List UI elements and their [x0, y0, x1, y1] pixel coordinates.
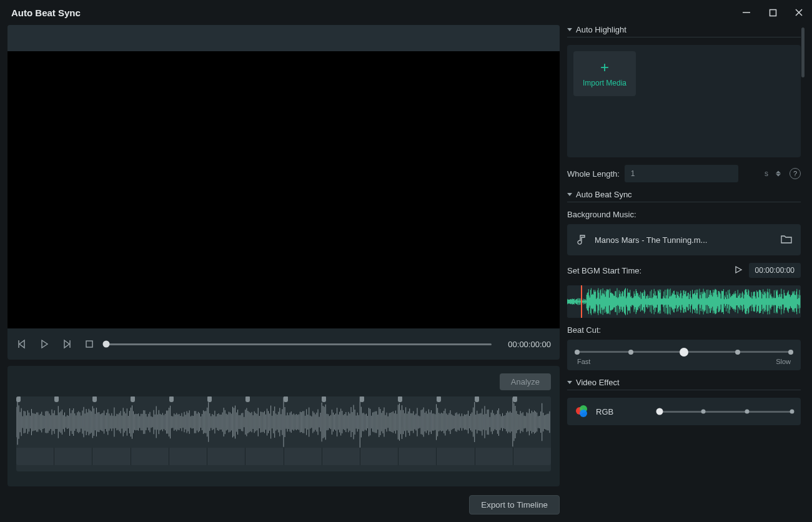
progress-slider[interactable]: [106, 343, 492, 345]
stepper-icon[interactable]: [776, 171, 781, 177]
preview-header: [7, 25, 560, 51]
svg-marker-7: [64, 340, 69, 348]
help-icon[interactable]: ?: [790, 168, 801, 179]
title-bar: Auto Beat Sync: [0, 0, 812, 25]
media-pool[interactable]: + Import Media: [567, 45, 801, 157]
bgm-play-icon[interactable]: [734, 265, 743, 276]
section-auto-highlight[interactable]: Auto Highlight: [567, 25, 801, 37]
section-title: Auto Highlight: [576, 25, 626, 34]
plus-icon: +: [600, 60, 609, 75]
analyze-button[interactable]: Analyze: [500, 373, 551, 390]
section-title: Video Effect: [576, 378, 620, 387]
waveform-graphic: [16, 396, 551, 448]
sidebar-scrollbar[interactable]: [801, 27, 805, 77]
beat-cut-fast-label: Fast: [577, 358, 590, 365]
browse-folder-icon[interactable]: [781, 234, 792, 246]
import-media-button[interactable]: + Import Media: [573, 51, 636, 96]
beat-markers: [16, 396, 551, 403]
whole-length-unit: s: [765, 169, 768, 178]
preview-video[interactable]: [7, 51, 560, 328]
play-icon[interactable]: [39, 338, 50, 350]
video-effect-rgb[interactable]: RGB: [567, 398, 801, 425]
whole-length-label: Whole Length:: [567, 169, 620, 179]
beat-cut-label: Beat Cut:: [567, 325, 801, 335]
window-title: Auto Beat Sync: [11, 7, 81, 18]
chevron-down-icon: [567, 381, 572, 384]
stop-icon[interactable]: [84, 338, 95, 350]
slider-knob[interactable]: [680, 348, 688, 357]
chevron-down-icon: [567, 193, 572, 196]
slider-knob[interactable]: [656, 408, 663, 415]
svg-marker-6: [42, 340, 47, 348]
step-back-icon[interactable]: [16, 338, 27, 350]
section-video-effect[interactable]: Video Effect: [567, 378, 801, 390]
chevron-down-icon: [567, 28, 572, 31]
transport-bar: 00:00:00:00: [7, 328, 560, 360]
beat-segments: [16, 448, 551, 465]
svg-rect-1: [770, 9, 776, 16]
step-forward-icon[interactable]: [61, 338, 72, 350]
bgm-playhead[interactable]: [581, 285, 582, 318]
minimize-icon[interactable]: [741, 7, 752, 18]
export-to-timeline-button[interactable]: Export to Timeline: [469, 495, 560, 515]
timeline-panel: Analyze: [7, 366, 560, 486]
svg-marker-4: [19, 340, 24, 348]
progress-knob[interactable]: [103, 341, 110, 348]
track-name: Manos Mars - The Tunning.m...: [595, 235, 773, 245]
background-music-row: Manos Mars - The Tunning.m...: [567, 224, 801, 255]
whole-length-row: Whole Length: s ?: [567, 165, 801, 182]
close-icon[interactable]: [793, 7, 805, 18]
whole-length-input[interactable]: [625, 165, 738, 182]
beat-waveform[interactable]: [16, 396, 551, 471]
beat-cut-slider[interactable]: Fast Slow: [567, 340, 801, 370]
bgm-start-label: Set BGM Start Time:: [567, 266, 641, 275]
preview-panel: 00:00:00:00: [7, 25, 560, 360]
bgm-waveform[interactable]: [567, 285, 801, 318]
playback-time: 00:00:00:00: [508, 340, 551, 349]
bgm-start-time[interactable]: 00:00:00:00: [749, 263, 801, 278]
section-auto-beat-sync[interactable]: Auto Beat Sync: [567, 190, 801, 202]
effect-name: RGB: [596, 407, 652, 416]
music-note-icon: [576, 234, 587, 247]
bg-music-label: Background Music:: [567, 210, 801, 219]
window-controls: [741, 7, 805, 18]
effect-intensity-slider[interactable]: [660, 411, 792, 413]
maximize-icon[interactable]: [767, 7, 778, 18]
rgb-icon: [576, 405, 588, 418]
import-media-label: Import Media: [583, 79, 626, 87]
svg-rect-9: [86, 341, 92, 347]
svg-marker-11: [736, 267, 741, 273]
section-title: Auto Beat Sync: [576, 190, 632, 199]
bgm-start-row: Set BGM Start Time: 00:00:00:00: [567, 263, 801, 278]
beat-cut-slow-label: Slow: [776, 358, 791, 365]
bgm-wave-graphic: [567, 285, 801, 318]
